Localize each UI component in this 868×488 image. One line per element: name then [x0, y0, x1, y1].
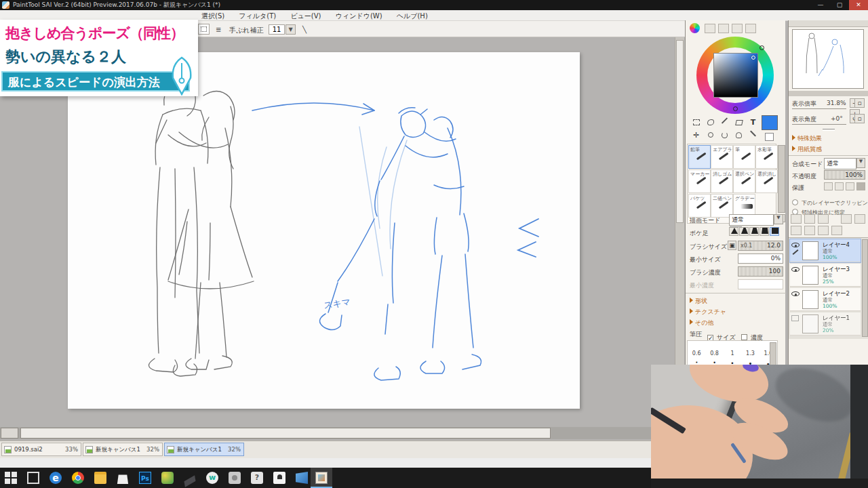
- layer-row-1[interactable]: レイヤー1 通常 20%: [790, 312, 861, 336]
- horizontal-scrollbar[interactable]: [0, 427, 675, 439]
- zoom-reset-button[interactable]: ▫: [854, 98, 865, 108]
- chat-app-icon[interactable]: ?: [246, 468, 268, 488]
- section-shape[interactable]: 形状: [690, 297, 707, 306]
- visibility-eye-icon[interactable]: [791, 243, 800, 247]
- edge-shape-4[interactable]: [760, 227, 769, 236]
- capture-app-icon[interactable]: [224, 468, 245, 488]
- text-tool-icon[interactable]: T: [747, 117, 760, 128]
- eyedropper-icon[interactable]: [747, 129, 760, 141]
- section-texture[interactable]: テクスチャ: [690, 308, 726, 317]
- navigator-scrollbar[interactable]: [789, 91, 868, 96]
- menu-window[interactable]: ウィンドウ(W): [330, 10, 389, 22]
- horizontal-scrollbar-thumb[interactable]: [20, 428, 551, 439]
- chrome-icon[interactable]: [67, 468, 89, 488]
- hsv-slider-tab-icon[interactable]: [718, 24, 729, 33]
- brush-eraser[interactable]: 消しゴム: [711, 169, 733, 193]
- lasso-icon[interactable]: [704, 117, 717, 128]
- brush-pencil[interactable]: 鉛筆: [688, 145, 711, 169]
- document-tab-1[interactable]: 0919.sai2 33%: [1, 443, 81, 456]
- new-folder-icon[interactable]: [804, 214, 815, 224]
- brush-size-slider[interactable]: x0.1 12.0: [738, 241, 783, 251]
- brush-select-pen[interactable]: 選択ペン: [733, 169, 755, 193]
- min-size-slider[interactable]: 0%: [738, 253, 783, 264]
- edge-shape-2[interactable]: [739, 227, 749, 236]
- sv-marker[interactable]: [751, 56, 755, 60]
- brush-brush[interactable]: 筆: [733, 145, 755, 169]
- transfer-down-icon[interactable]: [791, 226, 802, 235]
- lines-icon[interactable]: ≡: [216, 26, 221, 33]
- stabilizer-dropdown[interactable]: ▼: [285, 24, 296, 35]
- hue-marker-secondary[interactable]: [733, 106, 738, 111]
- visibility-eye-icon[interactable]: [791, 267, 800, 272]
- blend-mode-dropdown-icon[interactable]: ▼: [856, 158, 865, 168]
- primary-color-swatch[interactable]: [762, 115, 778, 130]
- new-mask-icon[interactable]: [818, 214, 829, 224]
- section-other[interactable]: その他: [690, 319, 713, 327]
- shape-tool-icon[interactable]: [732, 117, 745, 128]
- merge-down-icon[interactable]: [804, 226, 815, 235]
- preset-size[interactable]: 0.8: [705, 350, 723, 357]
- pen-app-icon[interactable]: [179, 468, 201, 488]
- zoom-tool-icon[interactable]: [704, 129, 717, 141]
- angle-slider[interactable]: [792, 124, 846, 125]
- clear-layer-icon[interactable]: [818, 226, 829, 235]
- brush-watercolor[interactable]: 水彩筆: [755, 145, 778, 169]
- edge-shape-5[interactable]: [770, 227, 779, 236]
- new-layer-icon[interactable]: [791, 214, 802, 224]
- protect-all-icon[interactable]: [856, 182, 865, 190]
- brush-bucket[interactable]: バケツ: [688, 194, 711, 218]
- opacity-slider[interactable]: 100%: [824, 170, 865, 180]
- menu-help[interactable]: ヘルプ(H): [391, 10, 434, 22]
- mail-app-icon[interactable]: [291, 468, 313, 488]
- hand-tool-icon[interactable]: [732, 129, 745, 141]
- layers-scrollbar[interactable]: [862, 239, 868, 337]
- navigator-header[interactable]: [789, 20, 868, 27]
- layer-row-3[interactable]: レイヤー3 通常 25%: [790, 264, 861, 287]
- layer-row-4[interactable]: レイヤー4 通常 100%: [790, 239, 861, 262]
- menu-select[interactable]: 選択(S): [195, 10, 231, 22]
- draw-mode-dropdown-icon[interactable]: ▼: [774, 214, 783, 224]
- stabilizer-input[interactable]: [269, 24, 285, 35]
- file-explorer-icon[interactable]: [90, 468, 111, 488]
- menu-filter[interactable]: フィルタ(T): [233, 10, 282, 22]
- paint-app-icon[interactable]: [157, 468, 178, 488]
- maximize-button[interactable]: ▢: [830, 0, 849, 10]
- rgb-slider-tab-icon[interactable]: [705, 24, 715, 33]
- blend-mode-select[interactable]: 通常: [824, 158, 856, 169]
- zoom-slider[interactable]: [792, 108, 846, 109]
- magic-wand-icon[interactable]: [718, 117, 731, 128]
- painttool-sai-taskbar-icon[interactable]: [311, 468, 332, 488]
- document-tab-3-active[interactable]: 新規キャンバス1 32%: [164, 443, 244, 456]
- edge-icon[interactable]: e: [45, 468, 66, 488]
- hue-marker[interactable]: [760, 45, 764, 50]
- wacom-icon[interactable]: w: [201, 468, 223, 488]
- panel-b-drag-handle[interactable]: [823, 129, 835, 131]
- edge-shape-3[interactable]: [749, 227, 759, 236]
- color-wheel-tab-icon[interactable]: [690, 23, 700, 33]
- minimize-button[interactable]: —: [811, 0, 830, 10]
- section-paper-texture[interactable]: 用紙質感: [792, 145, 822, 154]
- rect-select-icon[interactable]: [690, 117, 703, 128]
- scroll-left-button[interactable]: [1, 428, 18, 439]
- angle-reset-button[interactable]: ▫: [854, 114, 865, 123]
- saturation-value-square[interactable]: [713, 53, 758, 98]
- layer-clip-icon[interactable]: [854, 214, 865, 224]
- secondary-color-swatch[interactable]: [765, 133, 774, 141]
- section-special-effect[interactable]: 特殊効果: [792, 134, 822, 143]
- visibility-off-box[interactable]: [791, 315, 799, 321]
- preset-size[interactable]: 0.6: [688, 350, 705, 357]
- vertical-scrollbar-thumb[interactable]: [676, 40, 684, 223]
- preset-size[interactable]: 1: [724, 350, 741, 357]
- delete-layer-icon[interactable]: [831, 226, 842, 235]
- draw-mode-select[interactable]: 通常: [729, 214, 774, 226]
- navigator-thumbnail[interactable]: [792, 29, 864, 89]
- selection-shape-icon[interactable]: [198, 24, 210, 35]
- protect-opacity-icon[interactable]: [824, 182, 833, 190]
- protect-pixel-icon[interactable]: [835, 182, 844, 190]
- menu-view[interactable]: ビュー(V): [284, 10, 327, 22]
- canvas[interactable]: スキマ: [68, 52, 580, 409]
- swatches-tab-icon[interactable]: [745, 24, 756, 33]
- preset-size[interactable]: 1.3: [741, 350, 759, 357]
- close-button[interactable]: ✕: [849, 0, 868, 10]
- rotate-view-icon[interactable]: [718, 129, 731, 141]
